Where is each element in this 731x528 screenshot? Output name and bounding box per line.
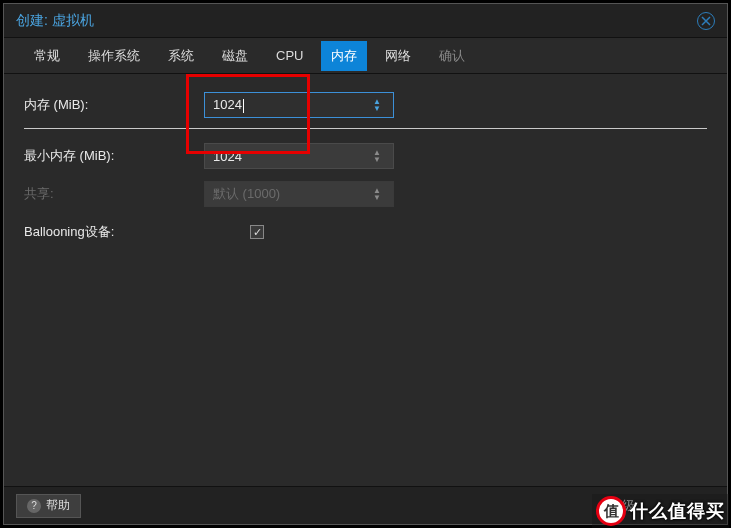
dialog-title: 创建: 虚拟机: [16, 12, 94, 30]
tab-system[interactable]: 系统: [158, 41, 204, 71]
label-min-memory: 最小内存 (MiB):: [24, 147, 204, 165]
row-memory: 内存 (MiB): 1024 ▲▼: [24, 90, 707, 120]
form-panel: 内存 (MiB): 1024 ▲▼ 最小内存 (MiB): 1024 ▲▼ 共享…: [4, 74, 727, 486]
spinner-arrows-icon[interactable]: ▲▼: [369, 98, 385, 112]
help-icon: ?: [27, 499, 41, 513]
close-icon[interactable]: [697, 12, 715, 30]
input-min-memory[interactable]: 1024 ▲▼: [204, 143, 394, 169]
input-memory-value: 1024: [213, 97, 369, 113]
label-memory: 内存 (MiB):: [24, 96, 204, 114]
tab-memory[interactable]: 内存: [321, 41, 367, 71]
tab-disk[interactable]: 磁盘: [212, 41, 258, 71]
help-label: 帮助: [46, 497, 70, 514]
label-shares: 共享:: [24, 185, 204, 203]
help-button[interactable]: ? 帮助: [16, 494, 81, 518]
tab-cpu[interactable]: CPU: [266, 42, 313, 69]
row-min-memory: 最小内存 (MiB): 1024 ▲▼: [24, 141, 707, 171]
checkbox-ballooning[interactable]: ✓: [250, 225, 264, 239]
divider: [24, 128, 707, 129]
watermark: 值 什么值得买: [592, 494, 729, 528]
tab-confirm[interactable]: 确认: [429, 41, 475, 71]
watermark-logo: 值: [596, 496, 626, 526]
tab-network[interactable]: 网络: [375, 41, 421, 71]
spinner-arrows-icon[interactable]: ▲▼: [369, 149, 385, 163]
tab-os[interactable]: 操作系统: [78, 41, 150, 71]
input-memory[interactable]: 1024 ▲▼: [204, 92, 394, 118]
titlebar: 创建: 虚拟机: [4, 4, 727, 38]
row-shares: 共享: 默认 (1000) ▲▼: [24, 179, 707, 209]
label-ballooning: Ballooning设备:: [24, 223, 204, 241]
dialog-window: 创建: 虚拟机 常规 操作系统 系统 磁盘 CPU 内存 网络 确认 内存 (M…: [3, 3, 728, 525]
tab-bar: 常规 操作系统 系统 磁盘 CPU 内存 网络 确认: [4, 38, 727, 74]
input-min-memory-value: 1024: [213, 149, 369, 164]
input-shares: 默认 (1000) ▲▼: [204, 181, 394, 207]
spinner-arrows-icon: ▲▼: [369, 187, 385, 201]
watermark-text: 什么值得买: [630, 499, 725, 523]
check-icon: ✓: [253, 226, 262, 239]
row-ballooning: Ballooning设备: ✓: [24, 217, 707, 247]
tab-general[interactable]: 常规: [24, 41, 70, 71]
input-shares-value: 默认 (1000): [213, 185, 369, 203]
